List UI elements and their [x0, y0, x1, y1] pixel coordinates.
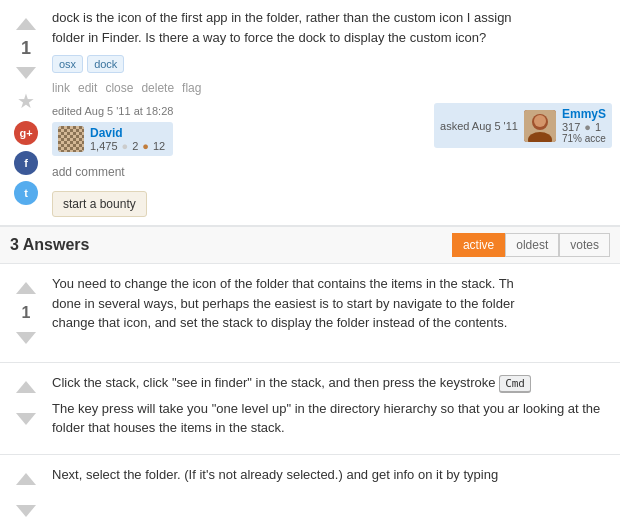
asker-avatar-image — [524, 110, 556, 142]
answer-content: You need to change the icon of the folde… — [52, 274, 612, 352]
answer-vote-down-button[interactable] — [12, 405, 40, 433]
sort-tab-active[interactable]: active — [452, 233, 505, 257]
tag-dock[interactable]: dock — [87, 55, 124, 73]
add-comment-link[interactable]: add comment — [52, 165, 125, 179]
accept-rate: 71% acce — [562, 133, 606, 144]
vote-count: 1 — [21, 38, 31, 59]
flag-action[interactable]: flag — [182, 81, 201, 95]
answer-item: ✓ Next, select the folder. (If it's not … — [0, 455, 620, 526]
answer-vote-up-button[interactable] — [12, 465, 40, 493]
vote-up-button[interactable] — [12, 10, 40, 38]
answer-text: Click the stack, click "see in finder" i… — [52, 373, 612, 393]
answers-title: 3 Answers — [10, 236, 89, 254]
tag-osx[interactable]: osx — [52, 55, 83, 73]
answer-content: Next, select the folder. (If it's not al… — [52, 465, 612, 526]
asked-label: asked Aug 5 '11 — [440, 120, 518, 132]
social-share-section: g+ f t — [14, 121, 38, 205]
answer-vote-up-button[interactable] — [12, 274, 40, 302]
user-info-row: edited Aug 5 '11 at 18:28 David 1,475 ● … — [52, 103, 612, 156]
asker-stats: 317 ● 1 — [562, 121, 606, 133]
answer-text: You need to change the icon of the folde… — [52, 274, 612, 333]
start-bounty-button[interactable]: start a bounty — [52, 191, 147, 217]
bounty-section: start a bounty — [52, 187, 612, 217]
answer-text: Next, select the folder. (If it's not al… — [52, 465, 612, 485]
favorite-button[interactable]: ★ — [12, 87, 40, 115]
up-arrow-icon — [16, 473, 36, 485]
sort-tab-oldest[interactable]: oldest — [505, 233, 559, 257]
answer-content: Click the stack, click "see in finder" i… — [52, 373, 612, 444]
sort-tab-votes[interactable]: votes — [559, 233, 610, 257]
editor-avatar — [58, 126, 84, 152]
answer-item: 1 You need to change the icon of the fol… — [0, 264, 620, 363]
edited-info: edited Aug 5 '11 at 18:28 David 1,475 ● … — [52, 103, 173, 156]
google-plus-share-button[interactable]: g+ — [14, 121, 38, 145]
answer-vote-section: 1 — [8, 274, 44, 352]
down-arrow-icon — [16, 67, 36, 79]
vote-section: 1 ★ g+ f t — [8, 8, 44, 217]
answer-vote-down-button[interactable] — [12, 324, 40, 352]
up-arrow-icon — [16, 381, 36, 393]
question-action-links: link edit close delete flag — [52, 81, 612, 95]
close-action[interactable]: close — [105, 81, 133, 95]
star-icon: ★ — [17, 89, 35, 113]
asker-card: asked Aug 5 '11 EmmyS 317 ● — [434, 103, 612, 148]
up-arrow-icon — [16, 282, 36, 294]
down-arrow-icon — [16, 413, 36, 425]
editor-avatar-pattern — [58, 126, 84, 152]
answer-text-continued: The key press will take you "one level u… — [52, 399, 612, 438]
vote-down-button[interactable] — [12, 59, 40, 87]
svg-point-2 — [534, 115, 546, 127]
sort-tabs: active oldest votes — [452, 233, 610, 257]
delete-action[interactable]: delete — [141, 81, 174, 95]
question-content: dock is the icon of the first app in the… — [52, 8, 620, 217]
answer-item: Click the stack, click "see in finder" i… — [0, 363, 620, 455]
kbd-key: Cmd — [499, 375, 531, 393]
twitter-share-button[interactable]: t — [14, 181, 38, 205]
question-text: dock is the icon of the first app in the… — [52, 8, 612, 47]
question-section: 1 ★ g+ f t dock is the icon of the first… — [0, 0, 620, 226]
editor-stats: 1,475 ● 2 ● 12 — [90, 140, 165, 152]
asker-meta: asked Aug 5 '11 — [440, 120, 518, 132]
asker-details: EmmyS 317 ● 1 71% acce — [562, 107, 606, 144]
down-arrow-icon — [16, 332, 36, 344]
edit-action[interactable]: edit — [78, 81, 97, 95]
down-arrow-icon — [16, 505, 36, 517]
up-arrow-icon — [16, 18, 36, 30]
asker-name[interactable]: EmmyS — [562, 107, 606, 121]
answers-header: 3 Answers active oldest votes — [0, 226, 620, 264]
answer-vote-count: 1 — [22, 304, 31, 322]
comment-section: add comment — [52, 164, 612, 179]
editor-details: David 1,475 ● 2 ● 12 — [90, 126, 165, 152]
facebook-share-button[interactable]: f — [14, 151, 38, 175]
link-action[interactable]: link — [52, 81, 70, 95]
answer-vote-section — [8, 373, 44, 444]
answer-vote-up-button[interactable] — [12, 373, 40, 401]
editor-name[interactable]: David — [90, 126, 165, 140]
answer-vote-section: ✓ — [8, 465, 44, 526]
answer-vote-down-button[interactable] — [12, 497, 40, 525]
asker-avatar — [524, 110, 556, 142]
edited-label: edited Aug 5 '11 at 18:28 — [52, 105, 173, 117]
question-tags: osx dock — [52, 55, 612, 73]
editor-card: David 1,475 ● 2 ● 12 — [52, 122, 173, 156]
